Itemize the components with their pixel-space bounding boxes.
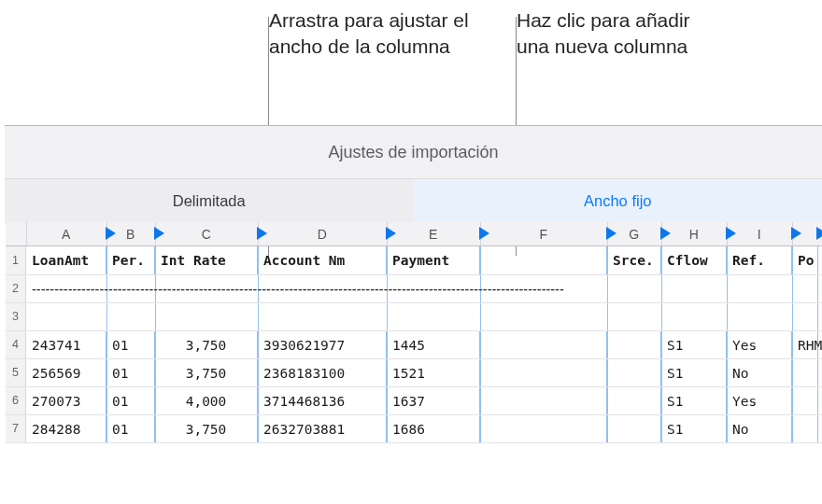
row-number[interactable]: 4 xyxy=(6,331,26,358)
col-resize-handle[interactable] xyxy=(816,227,822,240)
col-letter-E[interactable]: E xyxy=(387,222,481,245)
cell[interactable] xyxy=(607,331,661,358)
cell[interactable]: 2368183100 xyxy=(258,359,387,386)
col-resize-handle[interactable] xyxy=(726,227,736,240)
column-ruler: A B C D E F G H I xyxy=(6,222,822,246)
cell[interactable] xyxy=(792,359,822,386)
cell[interactable]: 3,750 xyxy=(155,331,258,358)
row-number[interactable]: 2 xyxy=(6,275,26,302)
data-row: 7 284288 01 3,750 2632703881 1686 S1 No xyxy=(6,415,822,443)
cell[interactable]: 2632703881 xyxy=(258,415,387,442)
cell[interactable]: S1 xyxy=(661,387,727,414)
cell[interactable]: RHMXWPO xyxy=(792,331,822,358)
cell[interactable]: No xyxy=(727,415,792,442)
col-letter-A[interactable]: A xyxy=(26,222,107,245)
cell[interactable]: 284288 xyxy=(26,415,106,442)
col-header: Account Nm xyxy=(258,246,387,274)
cell[interactable]: No xyxy=(727,359,792,386)
cell[interactable]: 01 xyxy=(106,387,155,414)
import-settings-screenshot: Arrastra para ajustar el ancho de la col… xyxy=(0,0,822,504)
col-header: Po xyxy=(792,246,822,274)
col-letter-I[interactable]: I xyxy=(727,222,793,245)
cell[interactable]: 1445 xyxy=(387,331,480,358)
col-header: LoanAmt xyxy=(26,246,106,274)
cell[interactable]: 1637 xyxy=(387,387,480,414)
col-letter-C[interactable]: C xyxy=(155,222,259,245)
col-resize-handle[interactable] xyxy=(257,227,267,240)
cell[interactable] xyxy=(480,415,607,442)
cell[interactable] xyxy=(792,387,822,414)
import-panel: Ajustes de importación Delimitada Ancho … xyxy=(5,125,822,223)
cell[interactable]: 270073 xyxy=(26,387,106,414)
row-number[interactable]: 1 xyxy=(6,246,26,274)
cell[interactable]: 3714468136 xyxy=(258,387,387,414)
cell[interactable] xyxy=(607,359,661,386)
row-number[interactable]: 6 xyxy=(6,387,26,414)
col-header: Per. xyxy=(106,246,155,274)
separator-row: 2 --------------------------------------… xyxy=(6,275,822,303)
callout-add-col: Haz clic para añadir una nueva columna xyxy=(517,7,722,61)
col-resize-handle[interactable] xyxy=(154,227,164,240)
preview-grid: A B C D E F G H I xyxy=(6,222,822,443)
cell[interactable]: 3,750 xyxy=(155,359,258,386)
cell[interactable] xyxy=(607,387,661,414)
col-letter-D[interactable]: D xyxy=(258,222,388,245)
header-row: 1 LoanAmt Per. Int Rate Account Nm Payme… xyxy=(6,246,822,275)
col-resize-handle[interactable] xyxy=(791,227,801,240)
col-header: Payment xyxy=(387,246,480,274)
col-header: Int Rate xyxy=(155,246,258,274)
data-row: 4 243741 01 3,750 3930621977 1445 S1 Yes… xyxy=(6,331,822,359)
cell[interactable]: S1 xyxy=(661,359,727,386)
panel-title: Ajustes de importación xyxy=(5,126,822,179)
cell[interactable]: S1 xyxy=(661,415,727,442)
cell[interactable] xyxy=(480,331,607,358)
cell[interactable] xyxy=(480,359,607,386)
cell[interactable]: S1 xyxy=(661,331,727,358)
row-number[interactable]: 7 xyxy=(6,415,26,442)
data-row: 5 256569 01 3,750 2368183100 1521 S1 No xyxy=(6,359,822,387)
col-resize-handle[interactable] xyxy=(479,227,489,240)
cell[interactable]: 3,750 xyxy=(155,415,258,442)
data-row: 6 270073 01 4,000 3714468136 1637 S1 Yes xyxy=(6,387,822,415)
col-resize-handle[interactable] xyxy=(386,227,396,240)
col-resize-handle[interactable] xyxy=(660,227,671,240)
col-header: Cflow xyxy=(661,246,727,274)
cell[interactable]: 4,000 xyxy=(155,387,258,414)
cell[interactable] xyxy=(792,415,822,442)
cell[interactable]: 01 xyxy=(106,359,155,386)
callout-resize: Arrastra para ajustar el ancho de la col… xyxy=(269,7,475,61)
row-number[interactable]: 5 xyxy=(6,359,26,386)
col-letter-H[interactable]: H xyxy=(661,222,728,245)
cell[interactable]: 1686 xyxy=(387,415,480,442)
col-header: Ref. xyxy=(727,246,792,274)
cell[interactable]: 256569 xyxy=(26,359,106,386)
col-header xyxy=(480,246,607,274)
cell[interactable]: 3930621977 xyxy=(258,331,387,358)
cell[interactable]: 01 xyxy=(106,331,155,358)
cell[interactable]: Yes xyxy=(727,387,792,414)
cell[interactable]: Yes xyxy=(727,331,792,358)
col-resize-handle[interactable] xyxy=(106,227,116,240)
layout-tabs: Delimitada Ancho fijo xyxy=(5,179,822,223)
dash-line: ----------------------------------------… xyxy=(26,275,822,302)
col-letter-F[interactable]: F xyxy=(480,222,608,245)
cell[interactable] xyxy=(480,387,607,414)
cell[interactable] xyxy=(607,415,661,442)
tab-delimited[interactable]: Delimitada xyxy=(5,179,414,222)
cell[interactable]: 243741 xyxy=(26,331,106,358)
col-header: Srce. xyxy=(607,246,661,274)
row-number[interactable]: 3 xyxy=(6,303,26,330)
cell[interactable]: 1521 xyxy=(387,359,480,386)
blank-row: 3 xyxy=(6,303,822,331)
col-resize-handle[interactable] xyxy=(606,227,616,240)
cell[interactable]: 01 xyxy=(106,415,155,442)
tab-fixed-width[interactable]: Ancho fijo xyxy=(414,179,823,222)
